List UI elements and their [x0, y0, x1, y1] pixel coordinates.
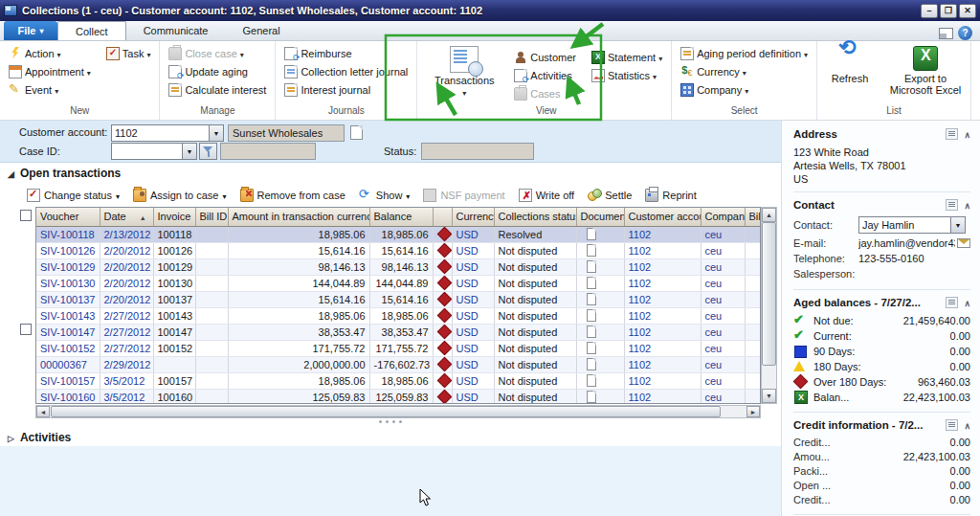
company-link[interactable]: ceu [705, 294, 723, 305]
currency-link[interactable]: USD [457, 229, 479, 240]
customer-account-combo[interactable]: 1102 [111, 124, 224, 142]
remove-from-case-button[interactable]: Remove from case [240, 189, 345, 202]
date-link[interactable]: 2/13/2012 [104, 229, 151, 240]
row-checkbox[interactable] [20, 324, 32, 335]
collection-letter-journal-button[interactable]: Collection letter journal [281, 62, 411, 80]
email-value[interactable]: jay.hamlin@vendor43 [858, 237, 955, 249]
email-icon[interactable] [957, 238, 970, 248]
show-button[interactable]: Show [359, 189, 411, 202]
date-link[interactable]: 2/27/2012 [104, 343, 151, 354]
col-company[interactable]: Company [701, 208, 745, 226]
document-icon[interactable] [587, 293, 596, 305]
refresh-button[interactable]: Refresh [823, 44, 877, 105]
table-row[interactable]: SIV-100130 2/20/2012 100130 144,044.89 1… [36, 275, 761, 291]
customer-account-link[interactable]: 1102 [629, 245, 652, 257]
currency-link[interactable]: USD [457, 326, 479, 338]
voucher-link[interactable]: 00000367 [40, 359, 87, 370]
customer-account-link[interactable]: 1102 [629, 359, 652, 370]
open-transactions-section-header[interactable]: Open transactions [0, 163, 781, 183]
file-menu-button[interactable]: File [4, 21, 57, 40]
currency-link[interactable]: USD [457, 359, 479, 370]
document-icon[interactable] [587, 260, 596, 273]
company-link[interactable]: ceu [705, 375, 723, 387]
currency-button[interactable]: Currency [678, 62, 811, 80]
customer-account-link[interactable]: 1102 [629, 278, 652, 289]
contact-combo[interactable]: Jay Hamlin [858, 216, 966, 234]
currency-link[interactable]: USD [457, 343, 479, 354]
aging-period-definition-button[interactable]: Aging period definition [678, 44, 811, 62]
date-link[interactable]: 2/27/2012 [104, 326, 151, 338]
customer-account-link[interactable]: 1102 [629, 229, 652, 240]
date-link[interactable]: 2/27/2012 [104, 310, 151, 322]
company-link[interactable]: ceu [705, 343, 723, 354]
ribbon-tab[interactable]: Communicate [126, 21, 226, 40]
table-row[interactable]: SIV-100147 2/27/2012 100147 38,353.47 38… [36, 324, 761, 340]
statistics-button[interactable]: Statistics [589, 66, 665, 84]
voucher-link[interactable]: SIV-100129 [40, 261, 96, 273]
document-icon[interactable] [587, 228, 596, 240]
customer-account-link[interactable]: 1102 [629, 294, 652, 305]
document-icon[interactable] [587, 325, 596, 338]
document-icon[interactable] [587, 342, 596, 354]
currency-link[interactable]: USD [457, 278, 479, 289]
activities-section-header[interactable]: Activities [0, 427, 781, 447]
collapse-expander-icon[interactable] [8, 167, 14, 180]
voucher-link[interactable]: SIV-100160 [40, 392, 96, 403]
statement-button[interactable]: Statement [589, 48, 665, 66]
col-currency[interactable]: Currency [452, 208, 494, 226]
dropdown-arrow-icon[interactable] [950, 217, 965, 233]
company-link[interactable]: ceu [705, 392, 723, 403]
customer-button[interactable]: Customer [511, 48, 579, 66]
dropdown-arrow-icon[interactable] [209, 125, 223, 141]
reprint-button[interactable]: Reprint [645, 189, 696, 202]
voucher-link[interactable]: SIV-100152 [40, 343, 96, 354]
customer-account-link[interactable]: 1102 [629, 261, 652, 273]
table-row[interactable]: SIV-100126 2/20/2012 100126 15,614.16 15… [36, 242, 761, 258]
close-button[interactable] [959, 4, 976, 18]
document-icon[interactable] [587, 309, 596, 322]
collapse-chevron-icon[interactable] [964, 128, 970, 140]
voucher-link[interactable]: SIV-100126 [40, 245, 96, 257]
document-icon[interactable] [587, 277, 596, 289]
col-date[interactable]: Date [100, 208, 153, 226]
horizontal-scroll-thumb[interactable] [51, 406, 721, 417]
fact-pane-toggle-icon[interactable] [939, 28, 953, 39]
currency-link[interactable]: USD [457, 375, 479, 387]
customer-account-link[interactable]: 1102 [629, 392, 652, 403]
voucher-link[interactable]: SIV-100130 [40, 278, 96, 289]
col-bill-id[interactable]: Bill ID [195, 208, 228, 226]
voucher-link[interactable]: SIV-100147 [40, 326, 96, 338]
company-link[interactable]: ceu [705, 278, 723, 289]
expand-icon[interactable] [8, 431, 14, 444]
company-link[interactable]: ceu [705, 261, 723, 273]
maximize-button[interactable] [940, 4, 957, 18]
interest-journal-button[interactable]: Interest journal [281, 80, 411, 99]
help-icon[interactable] [958, 26, 972, 40]
currency-link[interactable]: USD [457, 294, 479, 305]
write-off-button[interactable]: Write off [519, 189, 575, 202]
customer-account-link[interactable]: 1102 [629, 343, 652, 354]
section-menu-icon[interactable] [946, 199, 958, 211]
table-row[interactable]: SIV-100118 2/13/2012 100118 18,985.06 18… [36, 226, 761, 242]
appointment-button[interactable]: Appointment [6, 62, 94, 80]
pane-splitter[interactable] [373, 420, 408, 425]
table-row[interactable]: SIV-100129 2/20/2012 100129 98,146.13 98… [36, 258, 761, 275]
vertical-scrollbar[interactable]: ▲ ▼ [761, 207, 777, 404]
scroll-left-icon[interactable]: ◄ [36, 406, 50, 417]
currency-link[interactable]: USD [457, 392, 479, 403]
company-button[interactable]: Company [678, 80, 811, 99]
company-link[interactable]: ceu [705, 229, 723, 240]
action-button[interactable]: Action [6, 44, 94, 62]
col-balance[interactable]: Balance [369, 208, 433, 226]
section-menu-icon[interactable] [946, 297, 958, 308]
company-link[interactable]: ceu [705, 310, 723, 322]
date-link[interactable]: 2/20/2012 [104, 245, 151, 257]
date-link[interactable]: 3/5/2012 [104, 375, 145, 387]
date-link[interactable]: 2/20/2012 [104, 278, 151, 289]
table-row[interactable]: SIV-100160 3/5/2012 100160 125,059.83 12… [36, 389, 761, 404]
col-voucher[interactable]: Voucher [36, 208, 100, 226]
table-row[interactable]: SIV-100157 3/5/2012 100157 18,985.06 18,… [36, 372, 761, 389]
document-icon[interactable] [587, 244, 596, 257]
currency-link[interactable]: USD [457, 261, 479, 273]
cases-button[interactable]: Cases [511, 84, 579, 102]
